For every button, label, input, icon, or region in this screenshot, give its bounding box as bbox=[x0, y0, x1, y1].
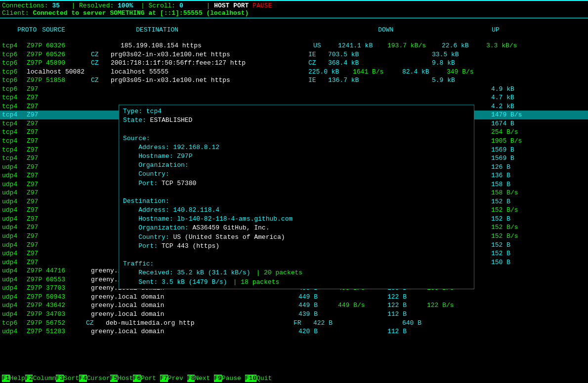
f5-label: Host bbox=[118, 375, 133, 382]
host-sep: | bbox=[183, 2, 214, 9]
tooltip-src-addr-val: 192.168.8.12 bbox=[173, 144, 219, 151]
pause-label: PAUSE bbox=[252, 2, 272, 9]
tooltip-recv-packets: | 20 packets bbox=[256, 269, 302, 276]
f9-num: F9 bbox=[214, 375, 222, 382]
f8-key[interactable]: F8Next bbox=[187, 375, 210, 382]
f7-label: Prev bbox=[168, 375, 183, 382]
f10-key[interactable]: F10Quit bbox=[245, 375, 272, 382]
tooltip-dst-org-row: Organization: AS36459 GitHub, Inc. bbox=[123, 224, 470, 232]
tooltip-src-country-row: Country: bbox=[123, 170, 470, 179]
tooltip-state-val: ESTABLISHED bbox=[150, 116, 193, 124]
tooltip-src-country-label: Country: bbox=[138, 170, 173, 178]
table-row[interactable]: udp4Z97P 34703greeny.local domain439 B11… bbox=[0, 310, 588, 319]
header-line2: Client: Connected to server SOMETHING at… bbox=[2, 9, 586, 17]
table-row[interactable]: tcp6Z974.9 kB bbox=[0, 85, 588, 94]
tooltip-src-port-label: Port: bbox=[138, 180, 162, 187]
tooltip-src-addr-label: Address: bbox=[138, 144, 173, 151]
scroll-sep: | Scroll: bbox=[133, 2, 179, 9]
f2-num: F2 bbox=[25, 375, 33, 382]
f7-sep bbox=[156, 375, 160, 382]
col-up: UP bbox=[492, 26, 581, 34]
f2-key[interactable]: F2Column bbox=[25, 375, 56, 382]
f6-key[interactable]: F6Port bbox=[133, 375, 156, 382]
host-label: HOST bbox=[214, 2, 229, 9]
tooltip-src-host-val: Z97P bbox=[177, 153, 192, 160]
table-area: tcp4Z97P 60326185.199.108.154 httpsUS124… bbox=[0, 41, 588, 374]
main-screen: Connections: 35 | Resolved: 100% | Scrol… bbox=[0, 0, 588, 383]
table-row[interactable]: udp4Z97P 50943greeny.local domain449 B12… bbox=[0, 293, 588, 302]
client-prefix: Client: bbox=[2, 9, 33, 17]
f10-sep bbox=[241, 375, 245, 382]
table-row[interactable]: tcp6Z97P 56752CZdeb-multimedia.org httpF… bbox=[0, 319, 588, 328]
table-row[interactable]: tcp6Z97P 51858CZprg03s05-in-x03.1e100.ne… bbox=[0, 76, 588, 85]
tooltip-dest-label: Destination: bbox=[123, 197, 169, 205]
tooltip-traffic-section: Traffic: bbox=[123, 260, 470, 268]
port-label: PORT bbox=[233, 2, 249, 9]
column-header: PROTOSOURCEDESTINATIONDOWNUP bbox=[0, 18, 588, 41]
tooltip-src-org-row: Organization: bbox=[123, 161, 470, 170]
connections-label: Connections: bbox=[2, 2, 52, 9]
tooltip-recv-row: Received: 35.2 kB (31.1 kB/s)| 20 packet… bbox=[123, 268, 470, 277]
tooltip-state-row: State: ESTABLISHED bbox=[123, 116, 470, 125]
tooltip-dst-country-label: Country: bbox=[138, 233, 173, 241]
f3-num: F3 bbox=[56, 375, 64, 382]
table-row[interactable]: tcp4Z974.7 kB bbox=[0, 93, 588, 102]
tooltip-src-port-row: Port: TCP 57380 bbox=[123, 179, 470, 188]
tooltip-dst-country-row: Country: US (United States of America) bbox=[123, 233, 470, 242]
f3-label: Sort bbox=[64, 375, 79, 382]
tooltip-dest-section: Destination: bbox=[123, 197, 470, 206]
col-source: SOURCE bbox=[42, 26, 136, 34]
table-row[interactable]: udp4Z97P 43642greeny.local domain449 B44… bbox=[0, 301, 588, 310]
tooltip-dst-addr-row: Address: 140.82.118.4 bbox=[123, 206, 470, 215]
footer: F1HelpF2ColumnF3SortF4CursorF5HostF6Port… bbox=[0, 374, 588, 383]
tooltip-dst-host-label: Hostname: bbox=[138, 215, 177, 223]
f8-label: Next bbox=[195, 375, 210, 382]
f4-label: Cursor bbox=[87, 375, 110, 382]
table-row[interactable]: tcp4Z97P 60326185.199.108.154 httpsUS124… bbox=[0, 41, 588, 50]
f10-label: Quit bbox=[256, 375, 272, 382]
table-row[interactable]: tcp6Z97P 60526CZprg03s02-in-x03.1e100.ne… bbox=[0, 50, 588, 59]
tooltip-recv-val: 35.2 kB (31.1 kB/s) bbox=[177, 269, 250, 276]
tooltip-type-label: Type: bbox=[123, 108, 146, 115]
f5-num: F5 bbox=[110, 375, 118, 382]
tooltip-sent-val: 3.5 kB (1479 B/s) bbox=[162, 278, 227, 286]
tooltip-dst-host-row: Hostname: lb-140-82-118-4-ams.github.com bbox=[123, 215, 470, 224]
table-row[interactable]: tcp6localhost 50082localhost 55555225.0 … bbox=[0, 68, 588, 77]
tooltip-src-host-row: Hostname: Z97P bbox=[123, 152, 470, 161]
tooltip-dst-org-val: AS36459 GitHub, Inc. bbox=[192, 224, 269, 231]
tooltip-type-val: tcp4 bbox=[146, 108, 162, 115]
f7-key[interactable]: F7Prev bbox=[160, 375, 183, 382]
tooltip-src-host-label: Hostname: bbox=[138, 153, 177, 160]
f9-key[interactable]: F9Pause bbox=[214, 375, 241, 382]
tooltip-dst-port-val: TCP 443 (https) bbox=[162, 242, 219, 250]
f6-label: Port bbox=[141, 375, 156, 382]
f4-num: F4 bbox=[79, 375, 87, 382]
tooltip-src-org-label: Organization: bbox=[138, 161, 192, 169]
f1-num: F1 bbox=[2, 375, 10, 382]
tooltip-sent-label: Sent: bbox=[138, 278, 162, 286]
f5-key[interactable]: F5Host bbox=[110, 375, 133, 382]
f3-key[interactable]: F3Sort bbox=[56, 375, 79, 382]
port-sep bbox=[229, 2, 233, 9]
f10-num: F10 bbox=[245, 375, 256, 382]
tooltip-dst-addr-val: 140.82.118.4 bbox=[173, 206, 219, 214]
tooltip-recv-label: Received: bbox=[138, 269, 177, 276]
tooltip-empty1 bbox=[123, 125, 470, 134]
tooltip-sent-packets: | 18 packets bbox=[233, 278, 280, 286]
f9-label: Pause bbox=[222, 375, 241, 382]
connection-detail-tooltip: Type: tcp4 State: ESTABLISHED Source: Ad… bbox=[119, 105, 474, 289]
f1-label: Help bbox=[10, 375, 25, 382]
col-dest: DESTINATION bbox=[136, 26, 378, 34]
tooltip-dst-host-val: lb-140-82-118-4-ams.github.com bbox=[177, 215, 293, 223]
table-row[interactable]: udp4Z97P 51283greeny.local domain420 B11… bbox=[0, 327, 588, 336]
scroll-val: 0 bbox=[179, 2, 183, 9]
f6-num: F6 bbox=[133, 375, 141, 382]
f1-key[interactable]: F1Help bbox=[2, 375, 25, 382]
tooltip-empty2 bbox=[123, 188, 470, 197]
table-row[interactable]: tcp6Z97P 45890CZ2001:718:1:1f:50:56ff:fe… bbox=[0, 59, 588, 68]
tooltip-source-label: Source: bbox=[123, 135, 150, 142]
f7-num: F7 bbox=[160, 375, 168, 382]
tooltip-empty3 bbox=[123, 251, 470, 260]
f4-key[interactable]: F4Cursor bbox=[79, 375, 110, 382]
f8-num: F8 bbox=[187, 375, 195, 382]
